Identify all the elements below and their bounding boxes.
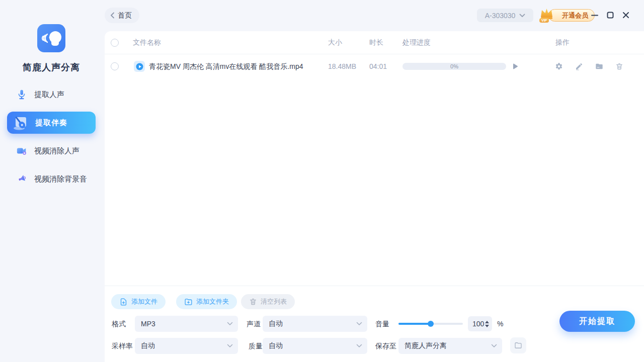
megaphone-icon (14, 171, 29, 187)
add-file-label: 添加文件 (131, 297, 157, 306)
sidebar-item-label: 视频消除背景音 (34, 174, 87, 184)
add-folder-button[interactable]: 添加文件夹 (176, 294, 237, 309)
quality-value: 自动 (269, 341, 283, 350)
volume-stepper[interactable] (485, 321, 489, 327)
folder-icon (514, 341, 523, 350)
sidebar: 简鹿人声分离 提取人声 (0, 0, 103, 362)
samplerate-value: 自动 (141, 341, 155, 350)
chevron-down-icon (227, 344, 233, 348)
app-logo (37, 24, 65, 52)
close-button[interactable] (621, 10, 631, 20)
row-edit-pencil-icon[interactable] (575, 62, 583, 70)
vip-tag: VIP (539, 18, 549, 23)
samplerate-select[interactable]: 自动 (135, 338, 238, 354)
row-checkbox[interactable] (111, 62, 119, 70)
volume-slider-thumb[interactable] (428, 321, 434, 327)
vip-upgrade-button[interactable]: 开通会员 VIP (548, 9, 595, 22)
column-header-duration: 时长 (369, 31, 383, 54)
file-size: 18.48MB (328, 54, 356, 79)
row-delete-trash-icon[interactable] (615, 62, 623, 70)
add-folder-icon (184, 298, 193, 306)
sidebar-item-video-remove-background[interactable]: 视频消除背景音 (7, 170, 96, 188)
sidebar-item-extract-accompaniment[interactable]: 提取伴奏 (7, 112, 96, 134)
table-row: 青花瓷MV 周杰伦 高清mv在线观看 酷我音乐.mp4 18.48MB 04:0… (105, 54, 644, 79)
format-select[interactable]: MP3 (135, 316, 238, 332)
account-dropdown[interactable]: A-303030 (477, 9, 533, 22)
minimize-button[interactable] (590, 10, 600, 20)
sidebar-item-extract-vocal[interactable]: 提取人声 (7, 85, 96, 104)
start-extract-button[interactable]: 开始提取 (559, 311, 635, 332)
back-home-button[interactable]: 首页 (105, 8, 139, 23)
account-id: A-303030 (485, 12, 516, 20)
quality-select[interactable]: 自动 (263, 338, 367, 354)
guitar-icon (11, 113, 30, 132)
volume-input[interactable]: 100 (468, 316, 492, 331)
sidebar-item-label: 提取人声 (34, 90, 64, 100)
app-title: 简鹿人声分离 (0, 61, 103, 73)
volume-slider-fill (398, 323, 431, 325)
saveto-label: 保存至 (375, 338, 396, 354)
sidebar-item-video-remove-vocal[interactable]: 视频消除人声 (7, 142, 96, 160)
file-duration: 04:01 (369, 54, 387, 79)
quality-label: 质量 (249, 338, 263, 354)
channel-label: 声道 (247, 316, 261, 332)
column-header-progress: 处理进度 (403, 31, 431, 54)
chevron-down-icon (356, 322, 362, 326)
chevron-down-icon (227, 322, 233, 326)
channel-select[interactable]: 自动 (263, 316, 367, 332)
add-file-button[interactable]: 添加文件 (111, 294, 166, 309)
row-play-button[interactable] (510, 62, 519, 71)
format-value: MP3 (141, 320, 155, 328)
column-header-size: 大小 (328, 31, 342, 54)
bottom-divider (105, 286, 644, 286)
maximize-button[interactable] (605, 10, 615, 20)
chevron-down-icon (491, 344, 497, 348)
open-save-folder-button[interactable] (510, 337, 526, 353)
volume-value: 100 (472, 320, 484, 328)
row-settings-gear-icon[interactable] (555, 62, 563, 70)
sidebar-item-label: 视频消除人声 (34, 146, 79, 156)
file-name: 青花瓷MV 周杰伦 高清mv在线观看 酷我音乐.mp4 (149, 54, 303, 79)
channel-value: 自动 (269, 319, 283, 328)
media-play-badge-icon (134, 61, 145, 72)
back-home-label: 首页 (118, 11, 132, 20)
main-panel: 文件名称 大小 时长 处理进度 操作 青花瓷MV 周杰伦 高清mv在线观看 酷我… (105, 31, 644, 362)
sidebar-item-label: 提取伴奏 (35, 118, 67, 128)
select-all-checkbox[interactable] (111, 39, 119, 47)
vip-upgrade-label: 开通会员 (562, 11, 588, 20)
saveto-value: 简鹿人声分离 (405, 341, 447, 350)
add-file-icon (119, 298, 128, 306)
volume-label: 音量 (375, 316, 389, 332)
progress-bar: 0% (403, 63, 506, 70)
stepper-down-icon[interactable] (485, 325, 489, 327)
progress-label: 0% (450, 63, 458, 69)
chevron-left-icon (110, 12, 115, 19)
microphone-icon (14, 87, 29, 102)
video-camera-icon (14, 143, 29, 158)
trash-icon (249, 298, 257, 306)
chevron-down-icon (519, 14, 525, 18)
samplerate-label: 采样率 (112, 338, 133, 354)
stepper-up-icon[interactable] (485, 321, 489, 323)
row-open-folder-icon[interactable] (595, 62, 603, 70)
column-header-name: 文件名称 (133, 31, 161, 54)
format-label: 格式 (112, 316, 126, 332)
column-header-actions: 操作 (555, 31, 570, 54)
clear-list-label: 清空列表 (261, 297, 287, 306)
clear-list-button[interactable]: 清空列表 (241, 294, 295, 309)
add-folder-label: 添加文件夹 (196, 297, 229, 306)
saveto-select[interactable]: 简鹿人声分离 (398, 338, 502, 354)
volume-unit: % (497, 316, 503, 331)
volume-slider[interactable] (398, 323, 463, 325)
chevron-down-icon (356, 344, 362, 348)
